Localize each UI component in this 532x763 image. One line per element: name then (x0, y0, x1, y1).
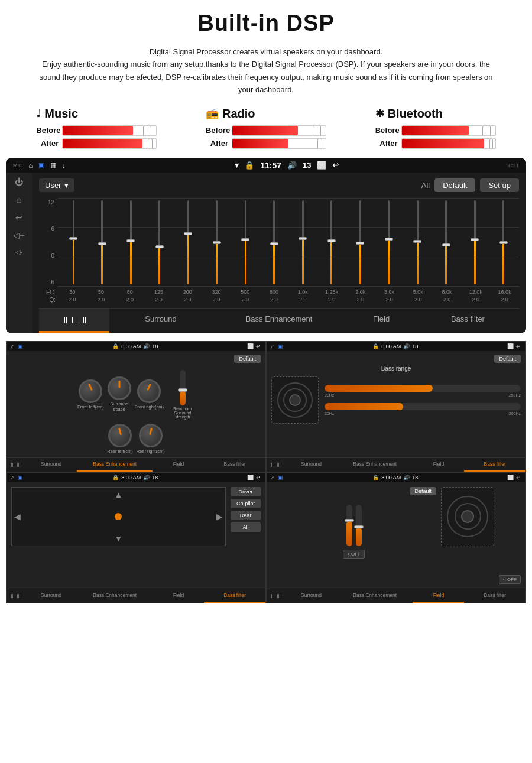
arrow-left-icon: ◀ (14, 512, 21, 521)
off-button[interactable]: < OFF (343, 550, 365, 559)
dial-rear-right-knob[interactable] (139, 424, 163, 447)
sub-default-btn-2[interactable]: Default (494, 355, 521, 363)
sub-time-1: 8:00 AM (121, 343, 141, 349)
sub-tab-surround-1[interactable]: Surround (25, 458, 77, 472)
rear-button[interactable]: Rear (231, 511, 261, 520)
eq-slider-track-8[interactable] (302, 200, 304, 284)
ba-before-row-bluetooth: Before (375, 125, 496, 136)
eq-slider-track-10[interactable] (359, 200, 361, 284)
dial-rear-right-label: Rear right(cm) (137, 449, 165, 454)
before-bar-fill-bt (402, 126, 469, 135)
sub-content-2: Default Bass range (267, 351, 525, 457)
all-button[interactable]: All (231, 522, 261, 532)
sub-tab-surround-2[interactable]: Surround (286, 458, 337, 472)
rear-horn-track[interactable] (180, 370, 186, 405)
sub-tab-bass-enhancement-2[interactable]: Bass Enhancement (337, 458, 413, 472)
eq-slider-track-2[interactable] (130, 200, 132, 284)
eq-slider-track-14[interactable] (474, 200, 476, 284)
sub-tab-eq-icon-3[interactable]: ⫼⫼ (7, 589, 25, 603)
eq-slider-track-6[interactable] (245, 200, 246, 284)
sub-tab-eq-icon-2[interactable]: ⫼⫼ (267, 458, 286, 472)
sub-tab-field-4[interactable]: Field (413, 589, 464, 603)
sub-tab-bass-enhancement-3[interactable]: Bass Enhancement (77, 589, 153, 603)
setup-button[interactable]: Set up (480, 178, 519, 192)
driver-button[interactable]: Driver (231, 487, 261, 496)
sub-tab-bass-enhancement-4[interactable]: Bass Enhancement (337, 589, 413, 603)
description-block: Digital Signal Processor creates virtual… (0, 41, 532, 105)
dial-surround-space-knob[interactable] (108, 376, 131, 400)
eq-slider-track-9[interactable] (330, 200, 332, 284)
home-side-icon[interactable]: ⌂ (17, 195, 21, 204)
sub-tab-field-1[interactable]: Field (153, 458, 204, 472)
power-icon[interactable]: ⏻ (15, 177, 23, 187)
eq-slider-track-1[interactable] (101, 200, 103, 284)
dial-rear-right: Rear right(cm) (137, 424, 165, 454)
dial-front-left-knob[interactable] (79, 379, 102, 403)
sub-tab-bass-filter-2[interactable]: Bass filter (464, 458, 525, 472)
back-side-icon[interactable]: ↩ (15, 213, 22, 222)
sub-tab-eq-icon-4[interactable]: ⫼⫼ (267, 589, 286, 603)
field-grid[interactable]: ▲ ▼ ◀ ▶ (11, 487, 226, 546)
bf-slider-1-track[interactable] (346, 505, 352, 546)
sub-default-btn-4[interactable]: Default (410, 487, 437, 495)
preset-selector[interactable]: User ▾ (39, 178, 74, 192)
description-text: Digital Signal Processor creates virtual… (35, 46, 497, 96)
eq-slider-track-7[interactable] (273, 200, 275, 284)
eq-slider-track-11[interactable] (388, 200, 390, 284)
dial-rear-left-knob[interactable] (108, 424, 132, 447)
eq-slider-fill-11 (388, 239, 390, 284)
ba-radio-label: Radio (222, 107, 255, 121)
q-value-1: 2.0 (87, 297, 116, 303)
radio-icon: 📻 (206, 107, 219, 120)
sub-bt-icon-2: ▣ (278, 343, 283, 349)
eq-y-labels: 12 6 0 -6 (39, 198, 57, 287)
eq-slider-col-12 (403, 200, 432, 284)
copilot-button[interactable]: Co-pilot (231, 499, 261, 508)
eq-slider-track-4[interactable] (187, 200, 189, 284)
sub-status-left-2: ⌂ ▣ (271, 343, 283, 349)
off-button-2[interactable]: < OFF (499, 575, 521, 584)
sub-tab-surround-4[interactable]: Surround (286, 589, 337, 603)
eq-slider-track-12[interactable] (417, 200, 419, 284)
freq-label-12: 5.0k (404, 289, 433, 295)
vol-down-icon[interactable]: ◁- (15, 248, 22, 256)
tab-bass-filter[interactable]: Bass filter (417, 309, 519, 333)
sub-tab-field-2[interactable]: Field (413, 458, 464, 472)
freq-label-6: 500 (231, 289, 260, 295)
tab-bass-enhancement[interactable]: Bass Enhancement (212, 309, 346, 333)
eq-slider-track-3[interactable] (158, 200, 160, 284)
bass-slider-2-track[interactable] (325, 403, 521, 410)
before-bar-music (62, 125, 157, 136)
dial-front-right-knob[interactable] (137, 379, 161, 403)
sub-default-btn-1[interactable]: Default (234, 355, 261, 363)
sub-tab-field-3[interactable]: Field (153, 589, 204, 603)
sub-screen-2: ⬜ (507, 343, 514, 349)
bass-filter-off-btn-right[interactable]: < OFF (499, 573, 521, 584)
bass-filter-speaker (441, 487, 494, 546)
tab-surround[interactable]: Surround (109, 309, 212, 333)
bf-slider-1-thumb (345, 519, 354, 522)
ba-music-label: Music (44, 107, 78, 121)
tab-field[interactable]: Field (346, 309, 416, 333)
sub-tab-bass-filter-4[interactable]: Bass filter (464, 589, 525, 603)
bf-slider-2-track[interactable] (356, 505, 362, 546)
eq-slider-track-15[interactable] (502, 200, 504, 284)
bass-slider-1-track[interactable] (325, 385, 521, 392)
q-values-row: 2.02.02.02.02.02.02.02.02.02.02.02.02.02… (58, 297, 519, 303)
sub-tab-bass-filter-1[interactable]: Bass filter (204, 458, 265, 472)
sub-tab-bass-enhancement-1[interactable]: Bass Enhancement (77, 458, 153, 472)
sub-tab-eq-icon-1[interactable]: ⫼⫼ (7, 458, 25, 472)
tab-eq[interactable]: ⫼⫼⫼ (39, 309, 109, 333)
sub-tab-bass-filter-3[interactable]: Bass filter (204, 589, 265, 603)
sub-tab-surround-3[interactable]: Surround (25, 589, 77, 603)
default-button[interactable]: Default (434, 178, 475, 192)
sub-status-left-4: ⌂ ▣ (271, 475, 283, 480)
freq-label-9: 1.25k (317, 289, 346, 295)
vol-up-icon[interactable]: ◁+ (13, 230, 24, 240)
q-value-10: 2.0 (346, 297, 375, 303)
eq-slider-track-5[interactable] (216, 200, 218, 284)
eq-slider-track-0[interactable] (73, 200, 74, 284)
after-bar-fill-music (63, 139, 142, 148)
eq-slider-track-13[interactable] (445, 200, 447, 284)
sub-lock-icon-1: 🔒 (112, 343, 119, 349)
